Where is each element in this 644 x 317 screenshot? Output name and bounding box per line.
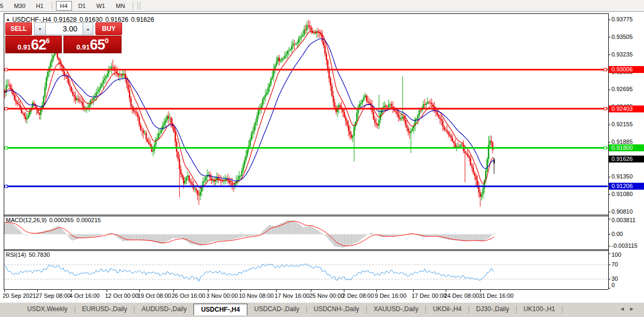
sell-button[interactable]: SELL bbox=[5, 22, 32, 35]
date-tick-label: 27 Sep 08:00 bbox=[36, 292, 70, 299]
chart-tab-usdcad-[interactable]: USDCAD-,Daily bbox=[247, 304, 307, 315]
date-tick-label: 9 Dec 16:00 bbox=[375, 292, 406, 299]
date-tick-label: 24 Dec 08:00 bbox=[444, 292, 479, 299]
macd-axis-label: 0.003811 bbox=[611, 217, 635, 223]
ask-pipette: 0 bbox=[105, 37, 109, 44]
rsi-axis-label: 30 bbox=[611, 275, 618, 282]
toolbar-grip bbox=[138, 2, 140, 10]
date-axis[interactable]: 20 Sep 202127 Sep 08:004 Oct 16:0012 Oct… bbox=[0, 292, 608, 302]
rsi-axis-label: 100 bbox=[611, 251, 621, 258]
hline-price-label: 0.91206 bbox=[609, 183, 644, 190]
axis-ticks bbox=[5, 20, 611, 292]
date-tick-label: 2 Dec 08:00 bbox=[342, 292, 374, 299]
tabs-scroll-right-icon[interactable]: ► bbox=[629, 306, 639, 312]
mt4-window: 5M30H1H4D1W1MN ▲USDCHF-,H40.916280.91630… bbox=[0, 0, 644, 317]
timeframe-button-h4[interactable]: H4 bbox=[56, 1, 72, 11]
chart-tab-dj30-[interactable]: DJ30-,Daily bbox=[469, 304, 516, 315]
volume-increase-button[interactable]: ▲ bbox=[83, 22, 93, 35]
rsi-value: 50.7830 bbox=[29, 251, 50, 258]
volume-input[interactable] bbox=[46, 22, 83, 35]
ohlc-close: 0.91626 bbox=[131, 16, 154, 23]
hline-price-label: 0.91800 bbox=[609, 144, 644, 151]
date-tick-label: 3 Nov 00:00 bbox=[206, 292, 238, 299]
macd-value-main: 0.000265 bbox=[49, 217, 74, 223]
date-tick-label: 31 Dec 16:00 bbox=[479, 292, 513, 299]
date-tick-label: 19 Oct 08:00 bbox=[138, 292, 171, 299]
one-click-trading-panel: SELL ▼ ▲ BUY 0.91 62 6 0.91 65 0 bbox=[5, 22, 122, 53]
price-tick-label: 0.91080 bbox=[611, 191, 633, 197]
price-axis[interactable]: 0.937750.935050.932350.929650.926950.924… bbox=[609, 12, 644, 302]
macd-value-signal: 0.000215 bbox=[76, 217, 101, 223]
chart-tabs: USDX,WeeklyEURUSD-,DailyAUDUSD-,DailyUSD… bbox=[0, 304, 562, 315]
hline-price-label: 0.93006 bbox=[609, 66, 644, 73]
chart-tabs-bar: USDX,WeeklyEURUSD-,DailyAUDUSD-,DailyUSD… bbox=[0, 302, 644, 317]
macd-signal-line bbox=[5, 221, 494, 246]
timeframe-toolbar: 5M30H1H4D1W1MN bbox=[0, 0, 644, 12]
horizontal-line-0.91800[interactable] bbox=[4, 147, 608, 149]
rsi-axis-label: 70 bbox=[611, 261, 618, 267]
bid-prefix: 0.91 bbox=[18, 43, 31, 52]
bid-price-display[interactable]: 0.91 62 6 bbox=[5, 36, 62, 53]
horizontal-line-0.92403[interactable] bbox=[4, 108, 608, 110]
date-tick-label: 17 Nov 16:00 bbox=[275, 292, 309, 299]
date-tick-label: 20 Sep 2021 bbox=[3, 292, 36, 299]
timeframe-button-m30[interactable]: M30 bbox=[10, 1, 29, 11]
rsi-name: RSI(14) bbox=[6, 251, 26, 258]
price-tick-label: 0.92695 bbox=[611, 86, 633, 92]
macd-axis-label: -0.003115 bbox=[611, 242, 638, 249]
date-tick-label: 17 Dec 00:00 bbox=[412, 292, 446, 299]
volume-decrease-button[interactable]: ▼ bbox=[34, 22, 46, 35]
current-price-label: 0.91626 bbox=[609, 156, 644, 162]
rsi-level-lines bbox=[4, 265, 608, 279]
chart-tab-usdcnh-[interactable]: USDCNH-,Daily bbox=[307, 304, 366, 315]
chart-tab-xauusd-[interactable]: XAUUSD-,Daily bbox=[367, 304, 425, 315]
macd-axis-label: 0.00 bbox=[611, 231, 623, 237]
price-tick-label: 0.93505 bbox=[611, 34, 633, 40]
ask-price-display[interactable]: 0.91 65 0 bbox=[63, 36, 122, 53]
price-tick-label: 0.92155 bbox=[611, 121, 633, 127]
tabs-scroll-left-icon[interactable]: ◄ bbox=[619, 306, 629, 312]
chart-tab-uk100-[interactable]: UK100-,H1 bbox=[517, 304, 562, 315]
date-tick-label: 12 Oct 00:00 bbox=[105, 292, 139, 299]
timeframe-button-5[interactable]: 5 bbox=[0, 1, 7, 11]
buy-button[interactable]: BUY bbox=[95, 22, 122, 35]
timeframe-button-d1[interactable]: D1 bbox=[74, 1, 90, 11]
date-tick-label: 4 Oct 16:00 bbox=[69, 292, 100, 299]
chart-tab-eurusd-[interactable]: EURUSD-,Daily bbox=[75, 304, 134, 315]
pane-borders bbox=[4, 13, 609, 290]
horizontal-line-0.91206[interactable] bbox=[4, 185, 608, 188]
timeframe-button-w1[interactable]: W1 bbox=[92, 1, 110, 11]
tab-separator bbox=[562, 306, 562, 313]
chart-area[interactable]: ▲USDCHF-,H40.916280.916300.916260.91626 … bbox=[0, 12, 644, 302]
date-tick-label: 10 Nov 08:00 bbox=[239, 292, 273, 299]
chart-tab-usdchf-[interactable]: USDCHF-,H4 bbox=[194, 304, 247, 315]
chart-tab-ukoil-[interactable]: UKOil-,H4 bbox=[426, 304, 469, 315]
timeframe-button-h1[interactable]: H1 bbox=[32, 1, 48, 11]
bid-big-digits: 62 bbox=[31, 38, 46, 52]
price-tick-label: 0.93775 bbox=[611, 16, 633, 22]
chart-canvas[interactable] bbox=[0, 12, 644, 302]
rsi-indicator-label: RSI(14)50.7830 bbox=[6, 251, 53, 258]
ask-prefix: 0.91 bbox=[76, 43, 90, 52]
date-tick-label: 25 Nov 00:00 bbox=[309, 292, 344, 299]
price-tick-label: 0.93235 bbox=[611, 51, 633, 58]
rsi-axis-label: 0 bbox=[611, 282, 615, 288]
bid-pipette: 6 bbox=[46, 37, 50, 44]
macd-histogram bbox=[5, 220, 494, 248]
macd-indicator-label: MACD(12,26,9)0.0002650.000215 bbox=[6, 217, 103, 223]
chart-tab-audusd-[interactable]: AUDUSD-,Daily bbox=[134, 304, 194, 315]
hline-price-label: 0.92403 bbox=[609, 105, 644, 112]
horizontal-line-0.93006[interactable] bbox=[4, 68, 608, 71]
chart-tab-usdx[interactable]: USDX,Weekly bbox=[20, 304, 75, 315]
macd-name: MACD(12,26,9) bbox=[6, 217, 46, 223]
price-tick-label: 0.91350 bbox=[611, 173, 633, 180]
price-tick-label: 0.90810 bbox=[611, 208, 633, 215]
ask-big-digits: 65 bbox=[90, 38, 105, 52]
date-tick-label: 26 Oct 16:00 bbox=[172, 292, 205, 299]
symbol-arrow-icon: ▲ bbox=[6, 17, 10, 22]
timeframe-button-mn[interactable]: MN bbox=[111, 1, 129, 11]
rsi-line bbox=[5, 264, 494, 281]
